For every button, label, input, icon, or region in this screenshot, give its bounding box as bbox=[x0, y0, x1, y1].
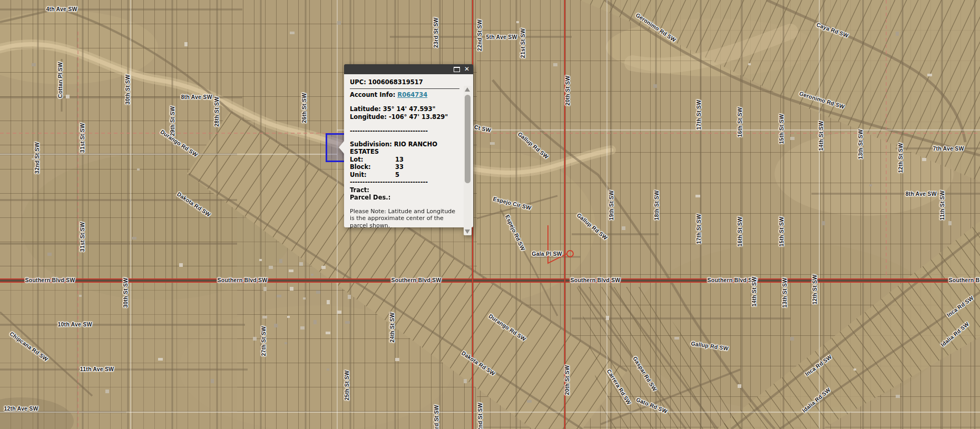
scrollbar-thumb[interactable] bbox=[465, 95, 471, 183]
parcel-info-popup: ✕ UPC: 1006068319517 Account Info: R0647… bbox=[344, 64, 473, 227]
street-label: Southern Blvd SW bbox=[25, 277, 75, 283]
block-row: Block: 33 bbox=[350, 163, 459, 171]
close-icon[interactable]: ✕ bbox=[464, 66, 469, 72]
street-label: 29th St SW bbox=[169, 106, 175, 136]
longitude-line: Longitude: -106° 47' 13.829" bbox=[350, 113, 459, 121]
block-label: Block: bbox=[350, 163, 395, 171]
subdivision-line: Subdivision: RIO RANCHO ESTATES bbox=[350, 141, 459, 156]
account-link[interactable]: R064734 bbox=[397, 91, 427, 98]
street-label: 10th Ave SW bbox=[57, 321, 92, 327]
street-label: 32nd St SW bbox=[34, 142, 40, 174]
lot-label: Lot: bbox=[350, 156, 395, 164]
street-label: 24th St SW bbox=[389, 313, 395, 343]
street-label: 13th St SW bbox=[781, 278, 788, 308]
street-label: 7th Ave SW bbox=[933, 145, 964, 152]
street-label: 12th Ave SW bbox=[4, 405, 38, 412]
satellite-map[interactable] bbox=[0, 0, 980, 429]
account-line: Account Info: R064734 bbox=[350, 91, 459, 99]
street-label: 16th St SW bbox=[737, 107, 743, 137]
lot-row: Lot: 13 bbox=[350, 156, 459, 164]
tract-label: Tract: bbox=[350, 186, 369, 194]
street-label: 17th St SW bbox=[695, 100, 702, 130]
popup-scrollbar[interactable] bbox=[464, 86, 472, 235]
popup-callout-tail bbox=[339, 141, 344, 154]
parcel-des-line: Parcel Des.: bbox=[350, 194, 459, 202]
street-label: 5th Ave SW bbox=[486, 34, 517, 40]
latitude-line: Latitude: 35° 14' 47.593" bbox=[350, 105, 459, 113]
scroll-up-icon[interactable] bbox=[465, 87, 470, 92]
street-label: 16th St SW bbox=[737, 217, 743, 247]
lot-value: 13 bbox=[395, 156, 404, 164]
popup-body: UPC: 1006068319517 Account Info: R064734… bbox=[344, 74, 473, 227]
street-label: 14th St SW bbox=[818, 121, 824, 151]
street-label: 27th St SW bbox=[260, 326, 267, 356]
street-label: 18th St SW bbox=[653, 191, 660, 221]
latitude-label: Latitude: bbox=[350, 105, 381, 113]
street-label: 8th Ave SW bbox=[181, 94, 212, 100]
street-label: 28th St SW bbox=[213, 97, 220, 127]
street-label: 30th St SW bbox=[124, 75, 131, 105]
street-label: Southern Blvd SW bbox=[949, 277, 980, 283]
street-label: Southern Blvd SW bbox=[708, 277, 758, 283]
popup-note: Please Note: Latitude and Longitude is t… bbox=[350, 208, 459, 230]
upc-value: 1006068319517 bbox=[368, 78, 423, 86]
street-label: 25th St SW bbox=[344, 371, 350, 401]
street-label: 22nd St SW bbox=[476, 19, 483, 51]
parcel-des-label: Parcel Des.: bbox=[350, 194, 390, 201]
street-label: 17th St SW bbox=[695, 214, 702, 244]
scroll-down-icon[interactable] bbox=[465, 230, 470, 234]
street-label: 21st St SW bbox=[520, 28, 526, 58]
street-label: 11th St SW bbox=[939, 191, 945, 220]
street-label: 4th Ave SW bbox=[46, 6, 77, 12]
street-label: 12th St SW bbox=[897, 143, 904, 173]
upc-label: UPC: bbox=[350, 78, 366, 86]
street-label: 13th St SW bbox=[857, 129, 864, 159]
upc-line: UPC: 1006068319517 bbox=[350, 78, 459, 86]
divider-rule bbox=[350, 88, 459, 89]
street-label: 23rd St SW bbox=[433, 405, 439, 429]
longitude-value: -106° 47' 13.829" bbox=[389, 113, 448, 121]
street-label: 20th St SW bbox=[564, 365, 570, 395]
unit-label: Unit: bbox=[350, 171, 395, 179]
street-label: 30th St SW bbox=[122, 278, 129, 308]
street-label: 8th Ave SW bbox=[906, 191, 937, 197]
street-label: 14th St SW bbox=[751, 277, 757, 307]
street-label: 15th St SW bbox=[778, 217, 785, 247]
street-label: Southern Blvd SW bbox=[218, 277, 268, 283]
street-label: Southern Blvd SW bbox=[391, 277, 442, 283]
dash-separator: ------------------------------- bbox=[350, 178, 459, 186]
map-application: 4th Ave SWCottan Pl SW30th St SW8th Ave … bbox=[0, 0, 980, 429]
street-label: Southern Blvd SW bbox=[571, 277, 621, 283]
unit-value: 5 bbox=[395, 171, 399, 179]
maximize-icon[interactable] bbox=[454, 67, 460, 72]
street-label: 20th St SW bbox=[564, 76, 571, 106]
street-label: 22nd St SW bbox=[477, 403, 483, 429]
dash-separator: ------------------------------- bbox=[350, 127, 459, 135]
latitude-value: 35° 14' 47.593" bbox=[383, 105, 436, 113]
tract-line: Tract: bbox=[350, 186, 459, 194]
longitude-label: Longitude: bbox=[350, 113, 387, 121]
street-label: Cottan Pl SW bbox=[57, 62, 63, 98]
street-label: 23rd St SW bbox=[433, 17, 439, 47]
street-label: 11th Ave SW bbox=[80, 366, 114, 372]
street-label: 31st St SW bbox=[79, 123, 85, 153]
street-label: 26th St SW bbox=[301, 93, 307, 123]
account-label: Account Info: bbox=[350, 91, 395, 98]
block-value: 33 bbox=[395, 163, 404, 171]
subdivision-label: Subdivision: bbox=[350, 141, 392, 148]
street-label: 12th St SW bbox=[811, 275, 818, 305]
street-label: 15th St SW bbox=[778, 114, 785, 144]
street-label: 31st St SW bbox=[79, 222, 85, 252]
popup-title-bar[interactable]: ✕ bbox=[344, 64, 473, 74]
unit-row: Unit: 5 bbox=[350, 171, 459, 179]
street-label: Gala Pl SW bbox=[532, 251, 562, 257]
street-label: 19th St SW bbox=[608, 191, 614, 221]
